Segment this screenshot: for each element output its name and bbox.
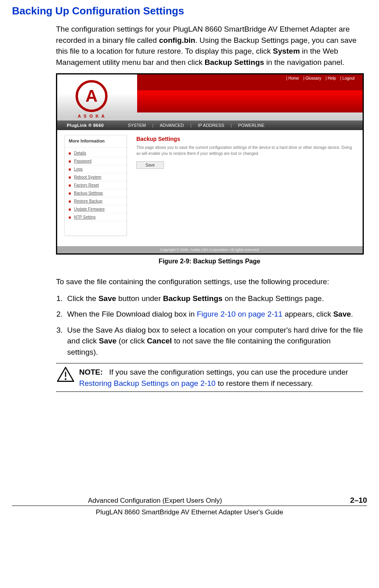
- sidebar-item-label: Reboot System: [74, 175, 101, 179]
- figure-screenshot: A A S O K A | Home | Glossary | Help | L…: [56, 73, 364, 255]
- device-title: PlugLink ® 8660: [67, 123, 104, 128]
- note-label: NOTE:: [79, 368, 103, 376]
- intro-paragraph: The configuration settings for your Plug…: [56, 24, 363, 68]
- content-area: Backup Settings This page allows you to …: [127, 130, 363, 246]
- sidebar-item-update-firmware[interactable]: Update Firmware: [65, 205, 126, 213]
- menubar: PlugLink ® 8660 SYSTEM| ADVANCED| IP ADD…: [57, 120, 363, 130]
- menu-advanced[interactable]: ADVANCED: [160, 123, 184, 128]
- sidebar: More Information Details Password Logs R…: [64, 135, 127, 236]
- sidebar-item-label: Details: [74, 151, 86, 155]
- content-heading: Backup Settings: [136, 136, 355, 142]
- sidebar-title: More Information: [65, 135, 126, 148]
- warning-icon: [57, 367, 74, 382]
- top-link-glossary[interactable]: | Glossary: [302, 76, 323, 80]
- intro-text-4: in the navigation panel.: [264, 58, 345, 66]
- figure-2-10-link[interactable]: Figure 2-10 on page 2-11: [197, 310, 282, 318]
- svg-point-2: [65, 379, 66, 380]
- sidebar-item-reboot[interactable]: Reboot System: [65, 173, 126, 181]
- page-heading: Backing Up Configuration Settings: [12, 5, 367, 17]
- step-2: When the File Download dialog box in Fig…: [65, 309, 363, 320]
- sidebar-item-password[interactable]: Password: [65, 157, 126, 165]
- note-text-1: If you save the configuration settings, …: [109, 368, 348, 376]
- figure-caption: Figure 2-9: Backup Settings Page: [56, 258, 363, 265]
- sidebar-item-label: Backup Settings: [74, 191, 103, 195]
- sidebar-item-label: Password: [74, 159, 92, 163]
- sidebar-item-restore-backup[interactable]: Restore Backup: [65, 197, 126, 205]
- note-block: NOTE: If you save the configuration sett…: [56, 363, 363, 391]
- asoka-logo-text: A S O K A: [76, 114, 108, 118]
- menu-powerline[interactable]: POWERLINE: [238, 123, 265, 128]
- intro-bold-backup-settings: Backup Settings: [205, 58, 264, 66]
- sidebar-item-backup-settings[interactable]: Backup Settings: [65, 189, 126, 197]
- asoka-logo-icon: A: [76, 80, 108, 112]
- asoka-logo: A A S O K A: [76, 80, 108, 118]
- figure-copyright: Copyright © 2006, Asoka USA Corporation.…: [57, 246, 363, 253]
- sidebar-item-logs[interactable]: Logs: [65, 165, 126, 173]
- sidebar-item-factory-reset[interactable]: Factory Reset: [65, 181, 126, 189]
- sidebar-item-label: Factory Reset: [74, 183, 99, 187]
- save-button[interactable]: Save: [136, 161, 164, 169]
- sidebar-item-ntp-setting[interactable]: NTP Setting: [65, 213, 126, 221]
- intro-bold-system: System: [273, 47, 300, 55]
- top-link-help[interactable]: | Help: [324, 76, 337, 80]
- page-footer: Advanced Configuration (Expert Users Onl…: [0, 496, 379, 524]
- content-description: This page allows you to save the current…: [136, 144, 355, 157]
- top-links: | Home | Glossary | Help | Logout: [285, 76, 356, 80]
- sidebar-item-label: Logs: [74, 167, 83, 171]
- footer-section: Advanced Configuration (Expert Users Onl…: [88, 497, 222, 505]
- restoring-backup-link[interactable]: Restoring Backup Settings on page 2-10: [79, 379, 215, 387]
- sidebar-item-label: Restore Backup: [74, 199, 102, 203]
- procedure-steps: Click the Save button under Backup Setti…: [65, 293, 363, 358]
- menu-system[interactable]: SYSTEM: [128, 123, 146, 128]
- sidebar-item-details[interactable]: Details: [65, 149, 126, 157]
- sidebar-item-label: Update Firmware: [74, 207, 105, 211]
- top-link-home[interactable]: | Home: [285, 76, 301, 80]
- step-1: Click the Save button under Backup Setti…: [65, 293, 363, 304]
- procedure-intro: To save the file containing the configur…: [56, 276, 363, 287]
- top-link-logout[interactable]: | Logout: [339, 76, 356, 80]
- footer-guide-title: PlugLAN 8660 SmartBridge AV Ethernet Ada…: [12, 508, 367, 516]
- note-text-2: to restore them if necessary.: [215, 379, 313, 387]
- step-3: Use the Save As dialog box to select a l…: [65, 325, 363, 358]
- intro-bold-configbin: config.bin: [159, 36, 195, 44]
- footer-page-number: 2–10: [350, 496, 367, 505]
- sidebar-item-label: NTP Setting: [74, 215, 96, 219]
- menu-ip-address[interactable]: IP ADDRESS: [198, 123, 224, 128]
